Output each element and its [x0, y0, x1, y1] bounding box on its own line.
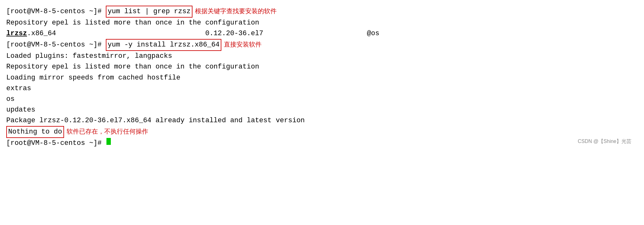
line-6: Repository epel is listed more than once…: [6, 62, 638, 72]
command-yum-list: yum list | grep rzsz: [106, 6, 192, 18]
lrzsz-package-name: lrzsz: [6, 28, 27, 39]
nothing-to-do: Nothing to do: [6, 126, 64, 138]
line-8: extras: [6, 83, 638, 94]
annotation-3: 软件已存在，不执行任何操作: [67, 127, 148, 136]
output-already-installed: Package lrzsz-0.12.20-36.el7.x86_64 alre…: [6, 115, 305, 126]
line-7: Loading mirror speeds from cached hostfi…: [6, 73, 638, 83]
line-12: Nothing to do软件已存在，不执行任何操作: [6, 126, 638, 138]
line-1: [root@VM-8-5-centos ~]# yum list | grep …: [6, 6, 638, 18]
prompt-1: [root@VM-8-5-centos ~]#: [6, 6, 106, 17]
output-updates: updates: [6, 105, 35, 115]
line-13: [root@VM-8-5-centos ~]#: [6, 138, 638, 149]
annotation-1: 根据关键字查找要安装的软件: [195, 6, 277, 16]
terminal-cursor: [106, 138, 111, 145]
prompt-2: [root@VM-8-5-centos ~]#: [6, 40, 106, 50]
output-repo-warning-2: Repository epel is listed more than once…: [6, 62, 259, 72]
output-loading-mirror: Loading mirror speeds from cached hostfi…: [6, 73, 181, 83]
line-2: Repository epel is listed more than once…: [6, 18, 638, 28]
line-5: Loaded plugins: fastestmirror, langpacks: [6, 51, 638, 62]
output-os: os: [6, 94, 14, 105]
prompt-3: [root@VM-8-5-centos ~]#: [6, 138, 106, 149]
output-loaded-plugins: Loaded plugins: fastestmirror, langpacks: [6, 51, 172, 62]
line-3: lrzsz.x86_64 0.12.20-36.el7 @os: [6, 28, 638, 39]
line-4: [root@VM-8-5-centos ~]# yum -y install l…: [6, 39, 638, 51]
watermark: CSDN @【Shine】光芸: [578, 138, 631, 145]
line-10: updates: [6, 105, 638, 115]
output-extras: extras: [6, 83, 31, 94]
command-yum-install: yum -y install lrzsz.x86_64: [106, 39, 221, 51]
lrzsz-package-info: .x86_64 0.12.20-36.el7 @os: [27, 28, 379, 39]
annotation-2: 直接安装软件: [224, 40, 262, 49]
line-9: os: [6, 94, 638, 105]
terminal: [root@VM-8-5-centos ~]# yum list | grep …: [6, 6, 638, 149]
output-repo-warning-1: Repository epel is listed more than once…: [6, 18, 259, 28]
line-11: Package lrzsz-0.12.20-36.el7.x86_64 alre…: [6, 115, 638, 126]
